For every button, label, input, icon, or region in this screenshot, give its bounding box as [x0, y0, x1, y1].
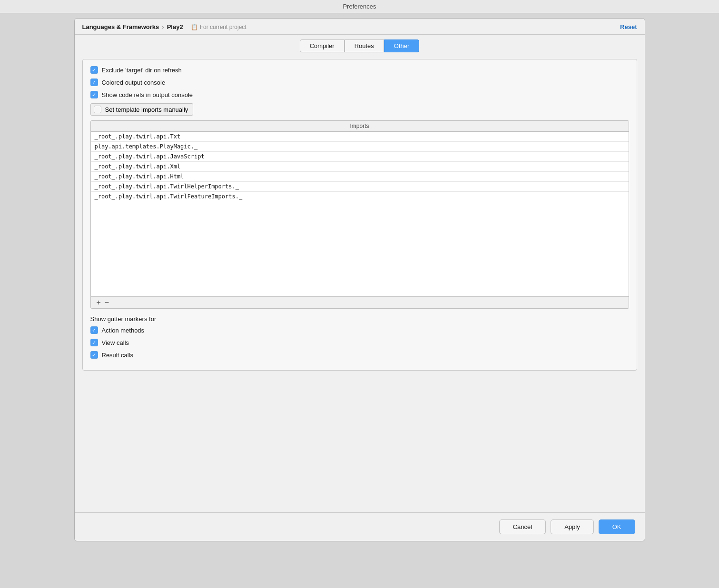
- list-item[interactable]: _root_.play.twirl.api.TwirlFeatureImport…: [91, 192, 629, 201]
- label-colored-output[interactable]: Colored output console: [102, 79, 166, 86]
- list-item[interactable]: _root_.play.twirl.api.Html: [91, 172, 629, 182]
- imports-header: Imports: [91, 121, 629, 132]
- checkbox-view-calls[interactable]: ✓: [90, 339, 98, 346]
- imports-empty-area: [91, 201, 629, 296]
- tabs-row: Compiler Routes Other: [75, 35, 645, 52]
- cancel-button[interactable]: Cancel: [499, 519, 546, 534]
- reset-button[interactable]: Reset: [620, 23, 637, 30]
- remove-import-button[interactable]: −: [103, 299, 111, 306]
- label-show-code-refs[interactable]: Show code refs in output console: [102, 91, 193, 98]
- for-project: 📋 For current project: [191, 24, 246, 30]
- breadcrumb-left: Languages & Frameworks › Play2 📋 For cur…: [82, 23, 246, 30]
- checkbox-template-imports[interactable]: [94, 106, 101, 113]
- label-exclude-target[interactable]: Exclude 'target' dir on refresh: [102, 67, 182, 74]
- checkbox-row-colored-output: ✓ Colored output console: [90, 78, 629, 86]
- preferences-dialog: Languages & Frameworks › Play2 📋 For cur…: [74, 18, 645, 541]
- checkmark-result-calls: ✓: [92, 353, 96, 358]
- project-icon: 📋: [191, 24, 198, 30]
- content-area: ✓ Exclude 'target' dir on refresh ✓ Colo…: [75, 52, 645, 512]
- imports-list: _root_.play.twirl.api.Txt play.api.templ…: [91, 132, 629, 201]
- add-import-button[interactable]: +: [95, 299, 103, 306]
- for-project-text: For current project: [200, 24, 246, 30]
- tab-routes[interactable]: Routes: [345, 39, 384, 52]
- checkbox-row-action-methods: ✓ Action methods: [90, 326, 629, 334]
- checkbox-row-exclude-target: ✓ Exclude 'target' dir on refresh: [90, 66, 629, 74]
- gutter-title: Show gutter markers for: [90, 315, 629, 323]
- ok-button[interactable]: OK: [599, 519, 635, 534]
- template-row: Set template imports manually: [90, 103, 629, 116]
- checkmark-show-code-refs: ✓: [92, 92, 96, 98]
- imports-section: Imports _root_.play.twirl.api.Txt play.a…: [90, 120, 629, 309]
- checkbox-row-show-code-refs: ✓ Show code refs in output console: [90, 91, 629, 98]
- tab-compiler[interactable]: Compiler: [300, 39, 345, 52]
- title-text: Preferences: [343, 3, 376, 10]
- checkbox-colored-output[interactable]: ✓: [90, 78, 98, 86]
- list-item[interactable]: _root_.play.twirl.api.Xml: [91, 162, 629, 172]
- label-template-imports[interactable]: Set template imports manually: [105, 106, 188, 113]
- checkbox-row-view-calls: ✓ View calls: [90, 339, 629, 346]
- checkmark-colored-output: ✓: [92, 80, 96, 85]
- checkbox-row-result-calls: ✓ Result calls: [90, 351, 629, 359]
- label-action-methods[interactable]: Action methods: [102, 327, 145, 334]
- imports-toolbar: + −: [91, 296, 629, 308]
- label-view-calls[interactable]: View calls: [102, 339, 129, 346]
- checkbox-action-methods[interactable]: ✓: [90, 326, 98, 334]
- checkbox-result-calls[interactable]: ✓: [90, 351, 98, 359]
- breadcrumb-parent: Languages & Frameworks: [82, 23, 159, 30]
- breadcrumb-current: Play2: [167, 23, 183, 30]
- checkmark-view-calls: ✓: [92, 340, 96, 345]
- gutter-section: Show gutter markers for ✓ Action methods…: [90, 315, 629, 359]
- tab-other[interactable]: Other: [384, 39, 420, 52]
- apply-button[interactable]: Apply: [551, 519, 594, 534]
- label-result-calls[interactable]: Result calls: [102, 352, 133, 359]
- template-checkbox-box[interactable]: Set template imports manually: [90, 103, 194, 116]
- list-item[interactable]: _root_.play.twirl.api.TwirlHelperImports…: [91, 182, 629, 192]
- list-item[interactable]: play.api.templates.PlayMagic._: [91, 142, 629, 152]
- checkmark-action-methods: ✓: [92, 328, 96, 333]
- breadcrumb-bar: Languages & Frameworks › Play2 📋 For cur…: [75, 19, 645, 35]
- panel: ✓ Exclude 'target' dir on refresh ✓ Colo…: [82, 59, 637, 371]
- checkbox-exclude-target[interactable]: ✓: [90, 66, 98, 74]
- title-bar: Preferences: [0, 0, 719, 13]
- list-item[interactable]: _root_.play.twirl.api.JavaScript: [91, 152, 629, 162]
- checkbox-show-code-refs[interactable]: ✓: [90, 91, 98, 98]
- list-item[interactable]: _root_.play.twirl.api.Txt: [91, 132, 629, 142]
- checkmark-exclude-target: ✓: [92, 68, 96, 73]
- breadcrumb-separator: ›: [162, 23, 164, 30]
- footer: Cancel Apply OK: [75, 512, 645, 541]
